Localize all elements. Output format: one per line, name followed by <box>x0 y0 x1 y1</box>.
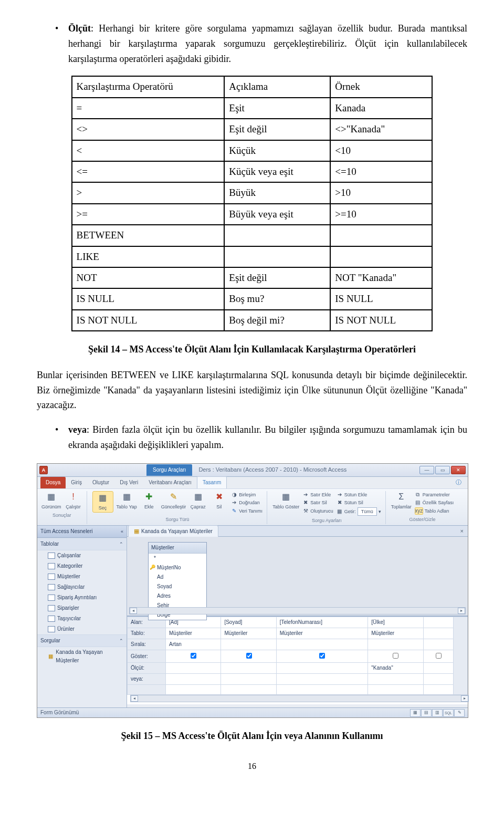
field-list-item[interactable]: Ad <box>149 572 206 582</box>
nav-table-item[interactable]: Sipariş Ayrıntıları <box>37 592 127 603</box>
grid-cell[interactable] <box>276 639 368 650</box>
vertical-scrollbar[interactable] <box>454 617 468 695</box>
grid-cell[interactable] <box>423 663 453 674</box>
grid-cell[interactable]: Müşteriler <box>276 628 368 639</box>
tab-create[interactable]: Oluştur <box>87 477 114 488</box>
append-button[interactable]: ✚Ekle <box>140 491 158 511</box>
grid-cell[interactable] <box>423 617 453 628</box>
grid-cell[interactable] <box>423 639 453 650</box>
nav-table-item[interactable]: Müşteriler <box>37 571 127 582</box>
grid-cell[interactable]: [Soyad] <box>221 617 276 628</box>
close-tab-button[interactable]: × <box>456 526 468 537</box>
table-names-button[interactable]: xyzTablo Adları <box>415 507 454 515</box>
op-cell: IS NOT NULL <box>330 310 432 331</box>
datasheet-view-button[interactable]: ▦ <box>410 709 421 717</box>
return-rows-combo[interactable]: ▦Getir: Tümü ▾ <box>337 507 381 516</box>
delete-col-button[interactable]: ✖Sütun Sil <box>337 499 381 506</box>
grid-cell[interactable]: [Ülke] <box>368 617 423 628</box>
close-button[interactable]: ✕ <box>451 466 466 474</box>
run-button[interactable]: !Çalıştır <box>65 491 82 511</box>
grid-cell[interactable] <box>221 685 276 695</box>
builder-button[interactable]: ⚒Oluşturucu <box>302 507 333 515</box>
grid-cell[interactable] <box>423 628 453 639</box>
view-button[interactable]: ▦Görünüm <box>41 491 61 511</box>
design-view-button[interactable]: ✎ <box>454 709 465 717</box>
nav-table-item[interactable]: Kategoriler <box>37 561 127 571</box>
select-query-button[interactable]: ▦Seç <box>92 491 113 513</box>
totals-button[interactable]: ΣToplamlar <box>391 491 412 511</box>
scroll-right-icon[interactable]: ▸ <box>458 608 465 614</box>
nav-group-tables[interactable]: Tablolar⌃ <box>37 538 127 550</box>
nav-header[interactable]: Tüm Access Nesneleri« <box>37 526 127 538</box>
delete-query-button[interactable]: ✖Sil <box>210 491 228 511</box>
grid-cell[interactable] <box>368 674 423 685</box>
grid-horizontal-scrollbar[interactable]: ◂ ▸ <box>130 695 469 702</box>
nav-query-item[interactable]: ▦Kanada da Yaşayan Müşteriler <box>37 647 127 666</box>
tab-home[interactable]: Giriş <box>66 477 87 488</box>
grid-cell[interactable] <box>276 663 368 674</box>
grid-cell[interactable]: Müşteriler <box>221 628 276 639</box>
grid-cell[interactable] <box>221 663 276 674</box>
query-design-area[interactable]: Müşteriler *MüşteriNoAdSoyadAdresŞehirBö… <box>127 537 468 616</box>
help-icon[interactable]: ⓘ <box>453 477 465 488</box>
pivot-view-button[interactable]: ▤ <box>421 709 432 717</box>
crosstab-button[interactable]: ▦Çapraz <box>189 491 207 511</box>
parameters-button[interactable]: ⧉Parametreler <box>415 491 454 498</box>
field-list-item[interactable]: MüşteriNo <box>149 563 206 572</box>
grid-show-checkbox[interactable] <box>423 650 453 663</box>
field-list-item[interactable]: Soyad <box>149 582 206 591</box>
grid-cell[interactable] <box>276 674 368 685</box>
scroll-left-icon[interactable]: ◂ <box>131 695 138 702</box>
scroll-right-icon[interactable]: ▸ <box>461 695 468 702</box>
nav-table-item[interactable]: Siparişler <box>37 603 127 613</box>
tab-db-tools[interactable]: Veritabanı Araçları <box>143 477 197 488</box>
grid-cell[interactable]: Artan <box>166 639 221 650</box>
grid-show-checkbox[interactable] <box>276 650 368 663</box>
grid-cell[interactable] <box>166 663 221 674</box>
grid-cell[interactable] <box>221 674 276 685</box>
field-list-item[interactable]: * <box>149 554 206 563</box>
document-tab[interactable]: ▦Kanada da Yaşayan Müşteriler <box>128 525 218 537</box>
scroll-left-icon[interactable]: ◂ <box>130 608 137 614</box>
minimize-button[interactable]: — <box>419 466 434 474</box>
grid-cell[interactable] <box>276 685 368 695</box>
grid-show-checkbox[interactable] <box>166 650 221 663</box>
update-button[interactable]: ✎Güncelleştir <box>161 491 186 511</box>
make-table-button[interactable]: ▦Tablo Yap <box>117 491 137 511</box>
tab-file[interactable]: Dosya <box>40 477 66 488</box>
field-list-item[interactable]: Adres <box>149 591 206 601</box>
query-grid[interactable]: Alan: [Ad] [Soyad] [TelefonNumarası] [Ül… <box>127 616 468 704</box>
grid-show-checkbox[interactable] <box>368 650 423 663</box>
grid-cell[interactable]: "Kanada" <box>368 663 423 674</box>
show-table-button[interactable]: ▦Tablo Göster <box>272 491 299 511</box>
sql-view-button[interactable]: SQL <box>443 709 454 717</box>
data-definition-button[interactable]: ✎Veri Tanımı <box>231 507 262 515</box>
property-sheet-button[interactable]: ▤Özellik Sayfası <box>415 499 454 506</box>
grid-show-checkbox[interactable] <box>221 650 276 663</box>
grid-cell[interactable]: [TelefonNumarası] <box>276 617 368 628</box>
grid-cell[interactable] <box>423 674 453 685</box>
nav-table-item[interactable]: Ürünler <box>37 624 127 634</box>
tab-external-data[interactable]: Dış Veri <box>114 477 143 488</box>
nav-table-item[interactable]: Çalışanlar <box>37 550 127 561</box>
nav-table-item[interactable]: Taşıyıcılar <box>37 613 127 624</box>
grid-cell[interactable]: Müşteriler <box>368 628 423 639</box>
grid-cell[interactable] <box>423 685 453 695</box>
passthrough-button[interactable]: ➔Doğrudan <box>231 499 262 506</box>
nav-table-item[interactable]: Sağlayıcılar <box>37 582 127 592</box>
delete-row-button[interactable]: ✖Satır Sil <box>302 499 333 506</box>
maximize-button[interactable]: ▭ <box>435 466 450 474</box>
grid-cell[interactable] <box>166 685 221 695</box>
insert-row-button[interactable]: ➔Satır Ekle <box>302 491 333 498</box>
nav-group-queries[interactable]: Sorgular⌃ <box>37 634 127 647</box>
pivotchart-view-button[interactable]: ▥ <box>432 709 443 717</box>
union-button[interactable]: ◑Birleşim <box>231 491 262 498</box>
insert-col-button[interactable]: ➔Sütun Ekle <box>337 491 381 498</box>
grid-cell[interactable] <box>221 639 276 650</box>
grid-cell[interactable] <box>166 674 221 685</box>
grid-cell[interactable] <box>368 685 423 695</box>
grid-cell[interactable]: Müşteriler <box>166 628 221 639</box>
grid-cell[interactable] <box>368 639 423 650</box>
tab-design[interactable]: Tasarım <box>197 476 227 488</box>
horizontal-scrollbar[interactable]: ◂ ▸ <box>129 607 466 614</box>
